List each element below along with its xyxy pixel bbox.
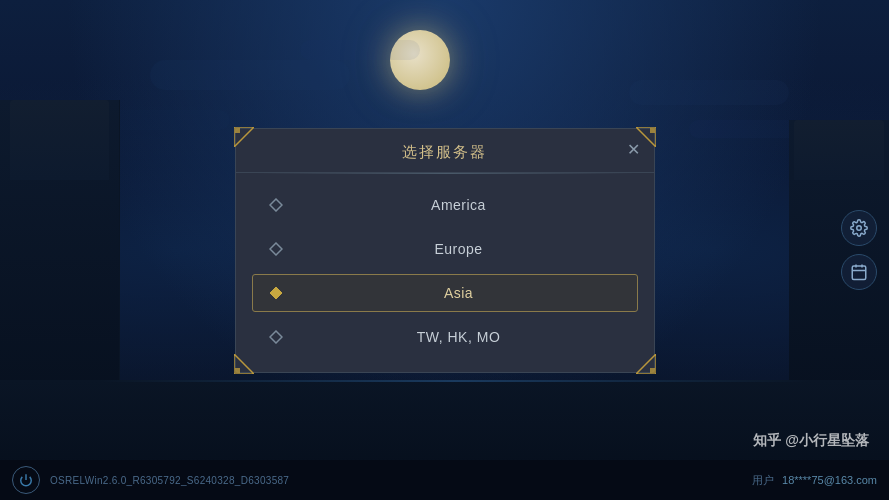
corner-bl <box>234 354 254 374</box>
server-name-twhkmo: TW, HK, MO <box>297 329 621 345</box>
svg-marker-14 <box>270 199 282 211</box>
server-name-asia: Asia <box>297 285 621 301</box>
svg-rect-9 <box>650 128 655 133</box>
server-diamond-twhkmo <box>269 330 283 344</box>
server-diamond-asia <box>269 286 283 300</box>
server-item-asia[interactable]: Asia <box>252 274 638 312</box>
corner-br <box>636 354 656 374</box>
server-name-europe: Europe <box>297 241 621 257</box>
svg-marker-17 <box>270 331 282 343</box>
server-name-america: America <box>297 197 621 213</box>
dialog-divider <box>256 173 634 174</box>
svg-marker-15 <box>270 243 282 255</box>
corner-tl <box>234 127 254 147</box>
server-item-europe[interactable]: Europe <box>252 230 638 268</box>
svg-rect-13 <box>650 368 655 373</box>
dialog-title: 选择服务器 <box>402 143 487 160</box>
server-diamond-europe <box>269 242 283 256</box>
svg-rect-7 <box>235 128 240 133</box>
server-list: AmericaEuropeAsiaTW, HK, MO <box>236 178 654 372</box>
svg-rect-11 <box>235 368 240 373</box>
server-select-dialog: 选择服务器 ✕ AmericaEuropeAsiaTW, HK, MO <box>235 128 655 373</box>
server-diamond-america <box>269 198 283 212</box>
svg-marker-16 <box>270 287 282 299</box>
server-item-america[interactable]: America <box>252 186 638 224</box>
dialog-header: 选择服务器 ✕ <box>236 129 654 173</box>
corner-tr <box>636 127 656 147</box>
modal-overlay: 选择服务器 ✕ AmericaEuropeAsiaTW, HK, MO <box>0 0 889 500</box>
server-item-twhkmo[interactable]: TW, HK, MO <box>252 318 638 356</box>
